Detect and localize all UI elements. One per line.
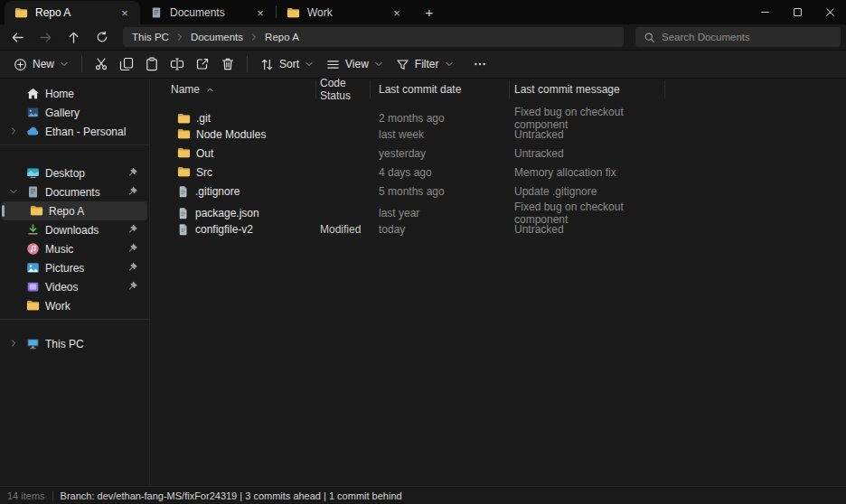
file-row[interactable]: .gitignore 5 months ago Update .gitignor… bbox=[163, 182, 846, 201]
chevron-right-icon[interactable] bbox=[175, 33, 184, 42]
tab-work[interactable]: Work × bbox=[277, 1, 412, 24]
sidebar-item-desktop[interactable]: Desktop bbox=[2, 163, 147, 182]
videos-icon bbox=[26, 280, 40, 294]
back-arrow-icon bbox=[11, 31, 24, 44]
tab-documents[interactable]: Documents × bbox=[140, 1, 276, 24]
tab-close-icon[interactable]: × bbox=[389, 5, 405, 21]
file-name: Node Modules bbox=[196, 128, 266, 141]
tab-close-icon[interactable]: × bbox=[252, 5, 268, 21]
folder-icon bbox=[287, 6, 300, 20]
close-button[interactable] bbox=[813, 0, 846, 24]
new-tab-button[interactable]: + bbox=[418, 2, 441, 23]
sidebar-item-downloads[interactable]: Downloads bbox=[2, 220, 147, 239]
back-button[interactable] bbox=[4, 26, 32, 48]
cut-button[interactable] bbox=[89, 52, 114, 76]
file-row[interactable]: Src 4 days ago Memory allocation fix bbox=[163, 163, 846, 182]
file-commit-message: Untracked bbox=[510, 223, 665, 236]
file-row[interactable]: package.json last year Fixed bug on chec… bbox=[163, 201, 846, 219]
onedrive-cloud-icon bbox=[26, 125, 40, 138]
file-row[interactable]: configfile-v2 Modified today Untracked bbox=[163, 219, 846, 238]
this-pc-icon bbox=[26, 337, 40, 350]
column-header-name[interactable]: Name bbox=[163, 80, 316, 98]
sort-label: Sort bbox=[279, 58, 299, 70]
breadcrumb-repo-a[interactable]: Repo A bbox=[265, 32, 299, 42]
column-header-code-status[interactable]: Code Status bbox=[316, 80, 371, 98]
file-commit-date: last year bbox=[371, 207, 510, 219]
sidebar-item-onedrive[interactable]: Ethan - Personal bbox=[2, 122, 147, 141]
chevron-down-icon[interactable] bbox=[9, 187, 18, 196]
more-options-button[interactable] bbox=[467, 52, 493, 76]
file-commit-date: 5 months ago bbox=[371, 185, 510, 198]
sidebar-item-music[interactable]: Music bbox=[2, 239, 147, 258]
minimize-button[interactable] bbox=[748, 0, 781, 24]
breadcrumb-this-pc[interactable]: This PC bbox=[132, 32, 169, 42]
sidebar-item-label: Home bbox=[45, 88, 74, 100]
chevron-right-icon[interactable] bbox=[9, 126, 18, 135]
close-icon bbox=[823, 5, 837, 19]
search-box[interactable] bbox=[635, 27, 841, 47]
sidebar-item-label: Downloads bbox=[45, 224, 99, 237]
chevron-right-icon[interactable] bbox=[249, 33, 258, 42]
paste-button[interactable] bbox=[139, 52, 164, 76]
column-header-commit-message[interactable]: Last commit message bbox=[510, 80, 665, 98]
address-bar[interactable]: This PC Documents Repo A bbox=[123, 27, 624, 47]
file-commit-message: Memory allocation fix bbox=[510, 166, 665, 179]
delete-button[interactable] bbox=[215, 52, 240, 76]
share-button[interactable] bbox=[190, 52, 215, 76]
sidebar-item-pictures[interactable]: Pictures bbox=[2, 258, 147, 277]
rename-button[interactable] bbox=[164, 52, 190, 76]
sidebar-item-documents[interactable]: Documents bbox=[2, 182, 147, 201]
sort-button[interactable]: Sort bbox=[254, 52, 320, 76]
sidebar-item-repo-a[interactable]: Repo A bbox=[2, 201, 147, 220]
rename-icon bbox=[170, 57, 184, 71]
sidebar-item-label: Repo A bbox=[49, 205, 84, 218]
sidebar-item-label: Work bbox=[45, 300, 70, 313]
copy-button[interactable] bbox=[114, 52, 139, 76]
home-icon bbox=[26, 87, 40, 100]
sidebar-item-work[interactable]: Work bbox=[2, 296, 147, 315]
maximize-icon bbox=[791, 5, 804, 19]
folder-icon bbox=[177, 165, 191, 179]
sidebar-item-home[interactable]: Home bbox=[2, 84, 147, 103]
tab-close-icon[interactable]: × bbox=[117, 5, 133, 21]
paste-icon bbox=[145, 57, 159, 71]
forward-button[interactable] bbox=[32, 26, 60, 48]
new-button[interactable]: New bbox=[7, 52, 75, 76]
sidebar-item-label: Music bbox=[45, 243, 73, 256]
more-options-icon bbox=[473, 57, 487, 71]
sidebar-item-gallery[interactable]: Gallery bbox=[2, 103, 147, 122]
file-commit-date: today bbox=[371, 223, 510, 236]
up-button[interactable] bbox=[60, 26, 88, 48]
view-lines-icon bbox=[326, 58, 340, 71]
refresh-button[interactable] bbox=[88, 26, 116, 48]
file-name: .git bbox=[196, 112, 211, 125]
sidebar-item-videos[interactable]: Videos bbox=[2, 277, 147, 296]
file-row[interactable]: Node Modules last week Untracked bbox=[163, 125, 846, 144]
filter-button[interactable]: Filter bbox=[390, 52, 460, 76]
view-button[interactable]: View bbox=[320, 52, 390, 76]
document-icon bbox=[150, 6, 163, 19]
column-headers: Name Code Status Last commit date Last c… bbox=[163, 80, 846, 98]
tab-label: Repo A bbox=[35, 6, 109, 19]
tab-bar: Repo A × Documents × Work × + bbox=[0, 0, 846, 24]
trash-icon bbox=[221, 57, 235, 71]
file-row[interactable]: Out yesterday Untracked bbox=[163, 144, 846, 163]
sidebar-item-this-pc[interactable]: This PC bbox=[2, 334, 147, 353]
breadcrumb-documents[interactable]: Documents bbox=[191, 32, 243, 42]
chevron-right-icon[interactable] bbox=[9, 339, 18, 348]
titlebar-drag-area bbox=[441, 0, 748, 24]
sidebar-item-label: Documents bbox=[45, 186, 100, 199]
copy-icon bbox=[119, 57, 134, 71]
refresh-icon bbox=[96, 31, 108, 43]
column-header-commit-date[interactable]: Last commit date bbox=[371, 80, 510, 98]
sidebar-divider bbox=[0, 319, 149, 320]
up-arrow-icon bbox=[67, 31, 80, 44]
search-input[interactable] bbox=[662, 32, 832, 42]
file-row[interactable]: .git 2 months ago Fixed bug on checkout … bbox=[163, 106, 846, 125]
folder-icon bbox=[30, 204, 43, 218]
toolbar-separator bbox=[247, 56, 248, 72]
tab-repo-a[interactable]: Repo A × bbox=[5, 1, 140, 24]
maximize-button[interactable] bbox=[781, 0, 813, 24]
pin-icon bbox=[127, 224, 138, 235]
file-commit-message: Untracked bbox=[510, 147, 665, 160]
